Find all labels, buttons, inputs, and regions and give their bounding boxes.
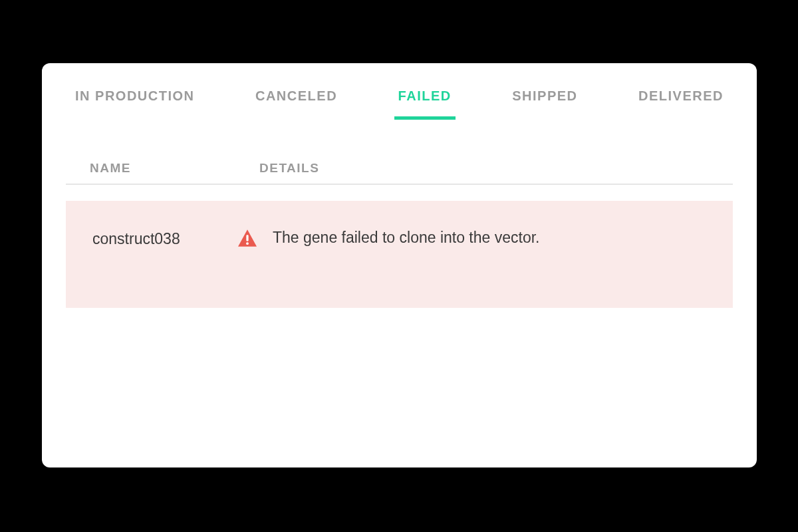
svg-point-1: [246, 242, 249, 245]
row-message: The gene failed to clone into the vector…: [273, 229, 540, 247]
tab-delivered[interactable]: DELIVERED: [638, 88, 724, 120]
table-body: construct038 The gene failed to clone in…: [42, 185, 757, 308]
tab-shipped[interactable]: SHIPPED: [512, 88, 577, 120]
table-row[interactable]: construct038 The gene failed to clone in…: [66, 201, 733, 308]
svg-rect-0: [246, 235, 248, 241]
table-header: NAME DETAILS: [66, 126, 733, 185]
column-header-details: DETAILS: [259, 161, 319, 176]
tab-canceled[interactable]: CANCELED: [255, 88, 337, 120]
column-header-name: NAME: [90, 161, 259, 176]
status-tabs: IN PRODUCTION CANCELED FAILED SHIPPED DE…: [42, 63, 757, 126]
tab-failed[interactable]: FAILED: [398, 88, 452, 120]
status-panel: IN PRODUCTION CANCELED FAILED SHIPPED DE…: [42, 63, 757, 467]
tab-in-production[interactable]: IN PRODUCTION: [75, 88, 195, 120]
warning-icon: [238, 229, 257, 247]
row-name: construct038: [92, 229, 238, 248]
row-details: The gene failed to clone into the vector…: [238, 229, 540, 247]
